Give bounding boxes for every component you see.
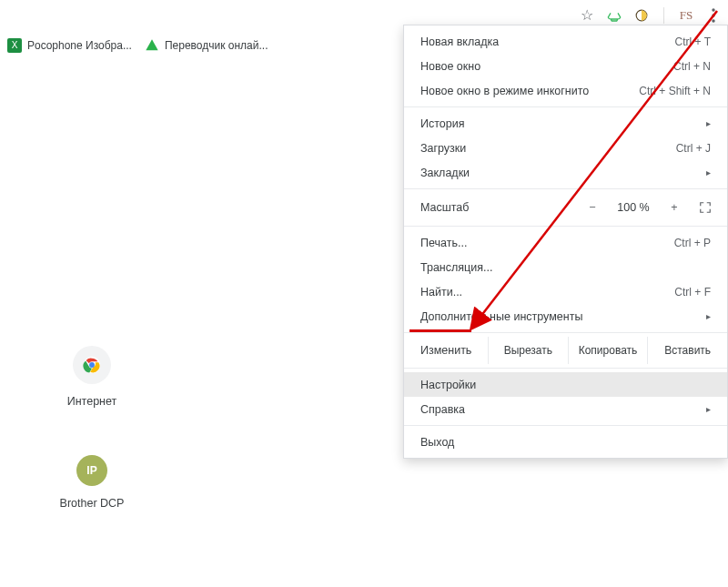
menu-new-incognito[interactable]: Новое окно в режиме инкогнито Ctrl + Shi… <box>404 78 727 103</box>
shortcut-internet[interactable]: Интернет <box>24 346 160 408</box>
ip-badge-icon: IP <box>76 455 107 486</box>
menu-label: Справка <box>420 403 465 416</box>
toolbar-separator <box>663 7 664 24</box>
svg-point-2 <box>712 14 714 16</box>
chrome-icon <box>82 355 102 375</box>
menu-label: Трансляция... <box>420 261 492 274</box>
edit-cut-button[interactable]: Вырезать <box>488 337 568 364</box>
more-vert-icon[interactable] <box>704 6 723 25</box>
menu-separator <box>404 368 727 369</box>
menu-find[interactable]: Найти... Ctrl + F <box>404 279 727 304</box>
favicon-translate-icon <box>145 38 159 53</box>
menu-shortcut: Ctrl + F <box>674 286 711 299</box>
menu-shortcut: Ctrl + Shift + N <box>639 85 711 97</box>
menu-label: Выход <box>420 436 454 449</box>
menu-label: Новое окно в режиме инкогнито <box>420 85 589 97</box>
menu-separator <box>404 106 727 107</box>
chrome-main-menu: Новая вкладка Ctrl + T Новое окно Ctrl +… <box>403 25 728 459</box>
shortcut-label: Brother DCP <box>60 497 125 510</box>
menu-label: Дополнительные инструменты <box>420 310 582 323</box>
bookmark-label: Pocophone Изобра... <box>27 39 132 52</box>
menu-label: Загрузки <box>420 142 466 155</box>
menu-help[interactable]: Справка ▸ <box>404 397 727 421</box>
menu-settings[interactable]: Настройки <box>404 372 727 397</box>
ntp-shortcuts: Интернет IP Brother DCP <box>24 346 160 557</box>
chevron-right-icon: ▸ <box>706 167 711 177</box>
menu-shortcut: Ctrl + P <box>674 237 711 249</box>
zoom-out-button[interactable]: − <box>581 197 603 218</box>
shortcut-brother[interactable]: IP Brother DCP <box>24 455 160 510</box>
menu-more-tools[interactable]: Дополнительные инструменты ▸ <box>404 304 727 329</box>
bookmark-label: Переводчик онлай... <box>165 39 268 52</box>
menu-separator <box>404 188 727 189</box>
extension-icon[interactable] <box>632 6 651 25</box>
zoom-value: 100 % <box>612 201 654 214</box>
zoom-in-button[interactable]: + <box>663 197 685 218</box>
menu-history[interactable]: История ▸ <box>404 111 727 136</box>
menu-new-window[interactable]: Новое окно Ctrl + N <box>404 54 727 78</box>
bookmark-item[interactable]: X Pocophone Изобра... <box>7 38 132 53</box>
fullscreen-icon[interactable] <box>694 197 716 218</box>
recycle-extension-icon[interactable] <box>605 6 623 25</box>
menu-shortcut: Ctrl + N <box>673 60 711 73</box>
bookmark-item[interactable]: Переводчик онлай... <box>145 38 268 53</box>
menu-separator <box>404 226 727 227</box>
menu-edit-row: Изменить Вырезать Копировать Вставить <box>404 337 727 364</box>
menu-separator <box>404 425 727 426</box>
menu-label: Изменить <box>404 337 488 364</box>
menu-label: Закладки <box>420 167 470 179</box>
menu-shortcut: Ctrl + J <box>676 142 711 155</box>
fs-extension-icon[interactable]: FS <box>677 6 695 25</box>
menu-separator <box>404 332 727 333</box>
menu-label: Печать... <box>420 237 467 249</box>
chevron-right-icon: ▸ <box>706 404 711 414</box>
menu-exit[interactable]: Выход <box>404 430 727 454</box>
edit-copy-button[interactable]: Копировать <box>568 337 648 364</box>
menu-bookmarks[interactable]: Закладки ▸ <box>404 160 727 185</box>
shortcut-label: Интернет <box>67 395 117 408</box>
svg-point-1 <box>712 8 714 11</box>
chevron-right-icon: ▸ <box>706 311 711 321</box>
menu-shortcut: Ctrl + T <box>675 35 711 48</box>
menu-print[interactable]: Печать... Ctrl + P <box>404 230 727 255</box>
menu-label: История <box>420 117 464 130</box>
menu-label: Новое окно <box>420 60 480 73</box>
menu-zoom-row: Масштаб − 100 % + <box>404 193 727 222</box>
menu-label: Настройки <box>420 379 476 391</box>
svg-point-5 <box>89 362 95 368</box>
chevron-right-icon: ▸ <box>706 118 711 128</box>
svg-point-3 <box>712 19 714 22</box>
menu-label: Новая вкладка <box>420 35 499 48</box>
shortcut-circle <box>73 346 111 384</box>
menu-downloads[interactable]: Загрузки Ctrl + J <box>404 136 727 160</box>
favicon-xls-icon: X <box>7 38 22 53</box>
bookmark-star-icon[interactable]: ☆ <box>578 6 596 25</box>
menu-new-tab[interactable]: Новая вкладка Ctrl + T <box>404 29 727 54</box>
menu-label: Найти... <box>420 286 462 299</box>
menu-label: Масштаб <box>420 201 572 214</box>
edit-paste-button[interactable]: Вставить <box>647 337 727 364</box>
menu-cast[interactable]: Трансляция... <box>404 255 727 279</box>
